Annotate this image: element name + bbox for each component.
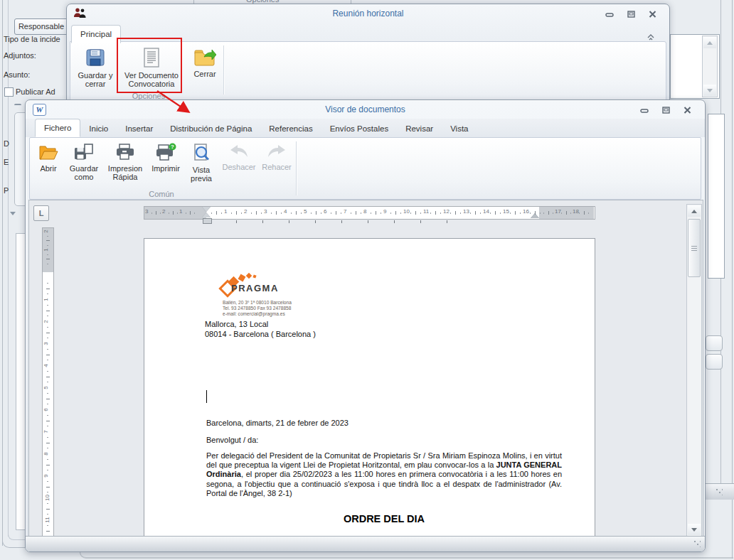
bg-window-border-outer bbox=[2, 0, 3, 546]
ruler-tick bbox=[256, 211, 257, 215]
hanging-indent-marker[interactable] bbox=[202, 212, 211, 217]
abrir-button[interactable]: Abrir bbox=[33, 139, 64, 193]
collapse-ribbon-icon[interactable] bbox=[647, 31, 656, 38]
close-button[interactable] bbox=[647, 9, 658, 18]
ruler-tick bbox=[331, 212, 331, 214]
cerrar-button[interactable]: Cerrar bbox=[186, 43, 223, 99]
restore-button[interactable] bbox=[625, 9, 637, 18]
ruler-tick bbox=[510, 212, 511, 214]
imprimir-button[interactable]: ? Imprimir bbox=[148, 139, 184, 193]
floppy-disk-icon bbox=[85, 47, 106, 70]
ruler-number: 3 bbox=[145, 208, 148, 215]
tab-stop-selector-button[interactable]: L bbox=[33, 205, 49, 221]
tab-envios-postales[interactable]: Envíos Postales bbox=[321, 120, 397, 137]
button-label: Abrir bbox=[40, 164, 56, 173]
button-label: Vista previa bbox=[185, 166, 218, 183]
ruler-tick bbox=[47, 404, 48, 404]
restore-button[interactable] bbox=[660, 105, 671, 114]
tab-principal[interactable]: Principal bbox=[71, 25, 121, 43]
print-preview-icon bbox=[191, 143, 211, 164]
bg-collapse-chevron-down-icon[interactable] bbox=[10, 212, 16, 215]
ruler-tick bbox=[47, 305, 48, 306]
ruler-tick bbox=[46, 443, 50, 443]
scroll-up-button[interactable] bbox=[688, 205, 701, 217]
ruler-tick bbox=[160, 212, 161, 214]
ruler-tick bbox=[47, 254, 48, 255]
ruler-number: 7 bbox=[43, 430, 49, 433]
tab-distribucion-de-pagina[interactable]: Distribución de Página bbox=[161, 120, 260, 137]
guardar-como-button[interactable]: Guardar como bbox=[65, 139, 102, 193]
vista-previa-button[interactable]: Vista previa bbox=[185, 139, 218, 193]
left-indent-marker[interactable] bbox=[203, 218, 212, 224]
bg-cut-letter-p: P bbox=[4, 186, 9, 195]
resize-grip-icon[interactable] bbox=[716, 488, 723, 495]
bg-cut-letter-d: D bbox=[4, 139, 9, 148]
ruler-tick bbox=[47, 236, 48, 237]
ruler-tick bbox=[47, 503, 48, 504]
ruler-tick bbox=[46, 259, 50, 259]
letterhead-line-1: Bailén, 20 3º 1ª 08010 Barcelona bbox=[223, 300, 292, 305]
tab-vista[interactable]: Vista bbox=[442, 120, 477, 137]
ruler-tick bbox=[515, 211, 516, 215]
document-page[interactable]: PRAGMA Bailén, 20 3º 1ª 08010 Barcelona … bbox=[144, 238, 595, 537]
tab-referencias[interactable]: Referencias bbox=[260, 120, 321, 137]
responsable-button[interactable]: Responsable bbox=[14, 18, 68, 35]
bg-collapse-chevron-up-icon[interactable] bbox=[14, 104, 21, 111]
ruler-number: 3 bbox=[264, 208, 267, 215]
scrollbar-thumb[interactable] bbox=[688, 219, 701, 277]
close-button[interactable] bbox=[681, 105, 693, 114]
ruler-tick bbox=[440, 212, 441, 214]
button-label: Impresion Rápida bbox=[104, 164, 147, 181]
ruler-number: 1 bbox=[224, 208, 227, 215]
ruler-tick bbox=[46, 289, 50, 289]
tab-fichero[interactable]: Fichero bbox=[35, 119, 80, 137]
bg-textarea-scrollbar[interactable] bbox=[702, 36, 718, 97]
ruler-tick bbox=[46, 487, 50, 488]
ruler-tick bbox=[553, 212, 553, 214]
bg-small-button-1[interactable] bbox=[706, 335, 723, 351]
bg-small-button-2[interactable] bbox=[706, 354, 723, 370]
tab-insertar[interactable]: Insertar bbox=[117, 120, 161, 137]
tab-stop-tick bbox=[447, 220, 447, 223]
guardar-y-cerrar-button[interactable]: Guardar y cerrar bbox=[75, 43, 116, 99]
ruler-tick bbox=[530, 212, 531, 214]
tab-revisar[interactable]: Revisar bbox=[397, 120, 442, 137]
letterhead-line-2: Tel. 93 2478850 Fax 93 2478858 bbox=[223, 306, 291, 311]
minimize-button[interactable] bbox=[604, 9, 615, 18]
comun-group-label: Común bbox=[108, 190, 215, 198]
tab-inicio[interactable]: Inicio bbox=[80, 120, 117, 137]
first-line-indent-marker[interactable] bbox=[202, 207, 211, 212]
resize-grip-icon[interactable] bbox=[693, 540, 701, 547]
ruler-tick bbox=[231, 212, 232, 214]
ruler-tick bbox=[47, 316, 48, 316]
pragma-wordmark: PRAGMA bbox=[231, 283, 279, 294]
publicar-checkbox[interactable] bbox=[4, 87, 14, 97]
button-label: Guardar y cerrar bbox=[75, 71, 116, 88]
ribbon-tabs: Fichero Inicio Insertar Distribución de … bbox=[26, 119, 705, 137]
document-scrollbar[interactable] bbox=[686, 204, 702, 537]
ruler-number: 2 bbox=[43, 230, 49, 232]
field-label-tipo: Tipo de la incide bbox=[4, 35, 60, 43]
ruler-tick bbox=[475, 211, 476, 215]
deshacer-button[interactable]: Deshacer bbox=[220, 139, 257, 193]
minimize-button[interactable] bbox=[639, 105, 650, 114]
scroll-down-button[interactable] bbox=[703, 85, 716, 96]
ruler-tick bbox=[194, 212, 195, 214]
rehacer-button[interactable]: Rehacer bbox=[259, 139, 294, 193]
ruler-tick bbox=[495, 211, 496, 215]
folder-exit-icon bbox=[193, 47, 216, 68]
scroll-up-button[interactable] bbox=[703, 37, 716, 48]
impresion-rapida-button[interactable]: Impresion Rápida bbox=[104, 139, 147, 193]
triangle-up-icon bbox=[691, 210, 697, 213]
order-of-day-heading: ORDRE DEL DIA bbox=[206, 513, 562, 524]
open-folder-icon bbox=[38, 143, 59, 163]
ruler-tick bbox=[371, 212, 371, 214]
ruler-tick bbox=[435, 211, 436, 215]
save-as-icon bbox=[73, 143, 95, 163]
ruler-tick bbox=[430, 212, 431, 214]
bg-cut-letter-e: E bbox=[4, 158, 9, 166]
ruler-tick bbox=[177, 212, 178, 214]
scroll-down-button[interactable] bbox=[688, 524, 701, 535]
ruler-tick bbox=[47, 393, 48, 394]
ruler-number: 10 bbox=[44, 495, 50, 501]
